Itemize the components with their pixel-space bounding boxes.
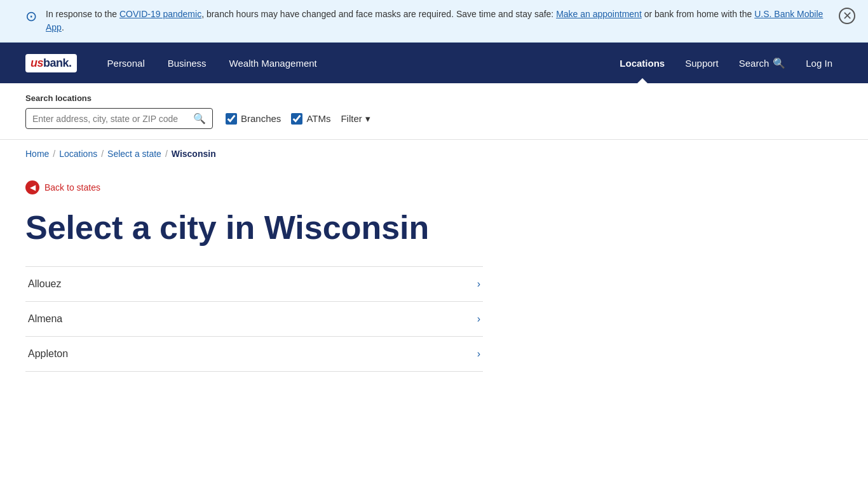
nav-wealth-management[interactable]: Wealth Management xyxy=(218,43,329,83)
nav-links: Personal Business Wealth Management xyxy=(96,43,610,83)
branches-checkbox-label[interactable]: Branches xyxy=(226,113,281,125)
nav-personal[interactable]: Personal xyxy=(96,43,156,83)
search-label: Search locations xyxy=(25,93,843,103)
nav-business[interactable]: Business xyxy=(156,43,218,83)
city-name: Appleton xyxy=(28,348,68,360)
filter-label: Filter xyxy=(341,113,362,124)
breadcrumb-select-state[interactable]: Select a state xyxy=(107,149,161,159)
filter-group: Branches ATMs Filter ▾ xyxy=(226,113,370,125)
atms-label: ATMs xyxy=(306,113,330,124)
logo-bank: bank. xyxy=(43,57,72,70)
atms-checkbox-label[interactable]: ATMs xyxy=(291,113,330,125)
covid-link[interactable]: COVID-19 pandemic xyxy=(119,9,201,19)
nav-bar: usbank. Personal Business Wealth Managem… xyxy=(0,43,868,83)
city-name: Allouez xyxy=(28,278,61,290)
clock-icon: ⊙ xyxy=(25,8,37,25)
atms-checkbox[interactable] xyxy=(291,113,302,125)
back-arrow-icon: ◀ xyxy=(25,180,39,194)
chevron-right-icon: › xyxy=(477,348,480,360)
logo-us: us xyxy=(31,57,43,70)
search-input-wrap: 🔍 xyxy=(25,108,213,129)
close-alert-button[interactable]: ✕ xyxy=(839,8,855,24)
branches-checkbox[interactable] xyxy=(226,113,237,125)
logo[interactable]: usbank. xyxy=(25,54,77,72)
nav-locations[interactable]: Locations xyxy=(609,43,675,83)
breadcrumb-home[interactable]: Home xyxy=(25,149,49,159)
chevron-right-icon: › xyxy=(477,313,480,325)
search-bar-section: Search locations 🔍 Branches ATMs Filter … xyxy=(0,83,868,140)
back-to-states-link[interactable]: ◀ Back to states xyxy=(25,180,546,194)
search-submit-button[interactable]: 🔍 xyxy=(193,112,206,125)
search-input[interactable] xyxy=(32,114,193,124)
breadcrumb-current: Wisconsin xyxy=(172,149,216,159)
city-list: Allouez › Almena › Appleton › xyxy=(25,266,483,372)
filter-button[interactable]: Filter ▾ xyxy=(341,113,370,125)
city-item-almena[interactable]: Almena › xyxy=(25,301,483,336)
breadcrumb-sep-2: / xyxy=(101,149,104,159)
nav-login[interactable]: Log In xyxy=(796,43,843,83)
breadcrumb-sep-1: / xyxy=(53,149,55,159)
search-row: 🔍 Branches ATMs Filter ▾ xyxy=(25,108,843,129)
page-title: Select a city in Wisconsin xyxy=(25,210,546,246)
breadcrumb-sep-3: / xyxy=(165,149,168,159)
chevron-right-icon: › xyxy=(477,278,480,290)
search-icon: 🔍 xyxy=(773,57,785,69)
city-name: Almena xyxy=(28,313,62,325)
breadcrumb-locations[interactable]: Locations xyxy=(59,149,97,159)
nav-right: Locations Support Search 🔍 Log In xyxy=(609,43,843,83)
alert-text: In response to the COVID-19 pandemic, br… xyxy=(46,8,843,34)
breadcrumb: Home / Locations / Select a state / Wisc… xyxy=(0,140,868,168)
alert-banner: ⊙ In response to the COVID-19 pandemic, … xyxy=(0,0,868,43)
city-item-allouez[interactable]: Allouez › xyxy=(25,266,483,301)
main-content: ◀ Back to states Select a city in Wiscon… xyxy=(0,168,572,410)
appointment-link[interactable]: Make an appointment xyxy=(556,9,642,19)
branches-label: Branches xyxy=(241,113,281,124)
back-link-label: Back to states xyxy=(44,182,100,193)
nav-search[interactable]: Search 🔍 xyxy=(729,43,796,83)
chevron-down-icon: ▾ xyxy=(365,113,370,125)
nav-support[interactable]: Support xyxy=(675,43,729,83)
city-item-appleton[interactable]: Appleton › xyxy=(25,336,483,372)
